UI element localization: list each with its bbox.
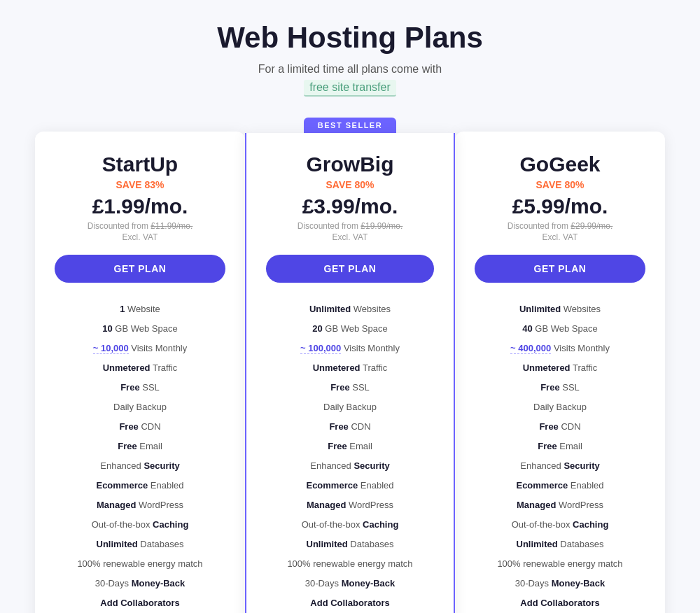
feature-item: Add Collaborators [266, 593, 434, 613]
get-plan-button-startup[interactable]: GET PLAN [55, 255, 225, 283]
plan-card-growbig: GrowBig SAVE 80% £3.99/mo. Discounted fr… [245, 133, 455, 613]
save-badge-startup: SAVE 83% [55, 179, 225, 190]
feature-item: Unlimited Websites [266, 300, 434, 319]
feature-item: Out-of-the-box Caching [266, 515, 434, 535]
feature-item: Daily Backup [475, 397, 645, 417]
page-title: Web Hosting Plans [217, 21, 483, 55]
get-plan-button-growbig[interactable]: GET PLAN [266, 255, 434, 283]
feature-item: 100% renewable energy match [266, 554, 434, 574]
feature-item: Free CDN [266, 417, 434, 437]
feature-item: Free CDN [55, 417, 225, 437]
feature-item: Free CDN [475, 417, 645, 437]
feature-item: 10 GB Web Space [55, 319, 225, 339]
feature-item: 30-Days Money-Back [55, 574, 225, 593]
feature-item: Ecommerce Enabled [475, 476, 645, 495]
feature-item: ~ 100,000 Visits Monthly [266, 339, 434, 358]
feature-item: Free Email [475, 437, 645, 456]
feature-item: Free SSL [266, 378, 434, 397]
feature-item: 100% renewable energy match [475, 554, 645, 574]
feature-item: Free Email [266, 437, 434, 456]
price-growbig: £3.99/mo. [266, 195, 434, 218]
price-gogeek: £5.99/mo. [475, 195, 645, 218]
feature-item: Unlimited Databases [475, 535, 645, 554]
plan-card-startup: StartUp SAVE 83% £1.99/mo. Discounted fr… [35, 132, 245, 613]
featured-plan-wrapper: BEST SELLER GrowBig SAVE 80% £3.99/mo. D… [245, 118, 455, 613]
excl-vat-gogeek: Excl. VAT [475, 232, 645, 242]
plan-name-gogeek: GoGeek [475, 153, 645, 176]
feature-item: Managed WordPress [475, 495, 645, 515]
feature-item: Unlimited Websites [475, 300, 645, 319]
save-badge-gogeek: SAVE 80% [475, 179, 645, 190]
original-price-growbig: Discounted from £19.99/mo. [266, 221, 434, 231]
feature-item: Out-of-the-box Caching [475, 515, 645, 535]
excl-vat-growbig: Excl. VAT [266, 232, 434, 242]
feature-item: Managed WordPress [55, 495, 225, 515]
feature-item: 100% renewable energy match [55, 554, 225, 574]
feature-item: Daily Backup [55, 397, 225, 417]
plans-container: StartUp SAVE 83% £1.99/mo. Discounted fr… [18, 118, 682, 613]
feature-item: ~ 10,000 Visits Monthly [55, 339, 225, 358]
page-header: Web Hosting Plans For a limited time all… [217, 21, 483, 97]
feature-item: Add Collaborators [55, 593, 225, 613]
feature-item: Unmetered Traffic [266, 358, 434, 378]
feature-item: Free Email [55, 437, 225, 456]
feature-item: Out-of-the-box Caching [55, 515, 225, 535]
get-plan-button-gogeek[interactable]: GET PLAN [475, 255, 645, 283]
feature-item: 30-Days Money-Back [266, 574, 434, 593]
feature-item: 20 GB Web Space [266, 319, 434, 339]
plan-card-gogeek: GoGeek SAVE 80% £5.99/mo. Discounted fro… [455, 132, 665, 613]
feature-item: Enhanced Security [475, 456, 645, 476]
plan-name-growbig: GrowBig [266, 153, 434, 176]
best-seller-badge: BEST SELLER [304, 118, 396, 133]
feature-item: Free SSL [475, 378, 645, 397]
feature-item: Ecommerce Enabled [266, 476, 434, 495]
feature-item: 1 Website [55, 300, 225, 319]
feature-item: Add Collaborators [475, 593, 645, 613]
feature-item: Daily Backup [266, 397, 434, 417]
original-price-gogeek: Discounted from £29.99/mo. [475, 221, 645, 231]
price-startup: £1.99/mo. [55, 195, 225, 218]
feature-item: Unlimited Databases [266, 535, 434, 554]
feature-item: Unmetered Traffic [55, 358, 225, 378]
features-list-startup: 1 Website10 GB Web Space~ 10,000 Visits … [55, 300, 225, 613]
plan-name-startup: StartUp [55, 153, 225, 176]
feature-item: 40 GB Web Space [475, 319, 645, 339]
excl-vat-startup: Excl. VAT [55, 232, 225, 242]
features-list-growbig: Unlimited Websites20 GB Web Space~ 100,0… [266, 300, 434, 613]
feature-item: Managed WordPress [266, 495, 434, 515]
feature-item: ~ 400,000 Visits Monthly [475, 339, 645, 358]
free-transfer-text: free site transfer [217, 80, 483, 97]
original-price-startup: Discounted from £11.99/mo. [55, 221, 225, 231]
features-list-gogeek: Unlimited Websites40 GB Web Space~ 400,0… [475, 300, 645, 613]
feature-item: Free SSL [55, 378, 225, 397]
feature-item: Unlimited Databases [55, 535, 225, 554]
feature-item: Enhanced Security [266, 456, 434, 476]
feature-item: Ecommerce Enabled [55, 476, 225, 495]
feature-item: Unmetered Traffic [475, 358, 645, 378]
feature-item: 30-Days Money-Back [475, 574, 645, 593]
page-subtitle: For a limited time all plans come with [217, 63, 483, 76]
save-badge-growbig: SAVE 80% [266, 179, 434, 190]
feature-item: Enhanced Security [55, 456, 225, 476]
